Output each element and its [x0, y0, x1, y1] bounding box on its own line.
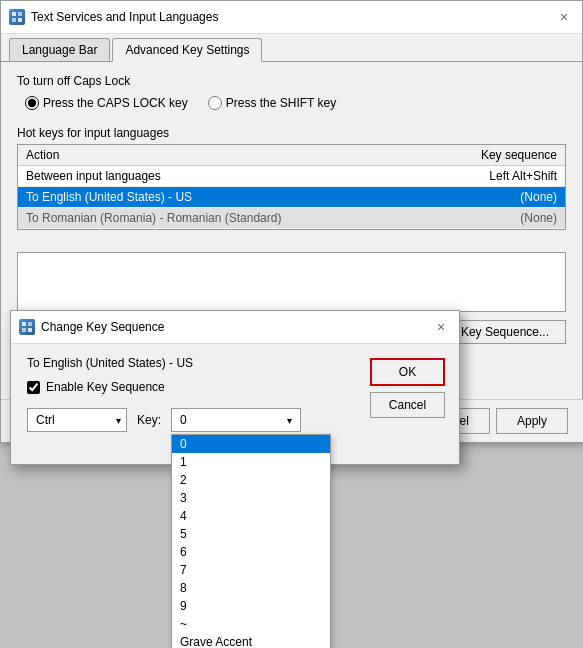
dialog-cancel-button[interactable]: Cancel	[370, 392, 445, 418]
dropdown-item[interactable]: ~	[172, 615, 330, 633]
key-select-value: 0	[180, 413, 187, 427]
dialog-buttons: OK Cancel	[370, 358, 445, 418]
modifier-select[interactable]: Ctrl Alt Shift	[27, 408, 127, 432]
col-action: Action	[26, 148, 59, 162]
row1-action: Between input languages	[26, 169, 161, 183]
radio-shift-label: Press the SHIFT key	[226, 96, 336, 110]
modifier-select-wrapper: Ctrl Alt Shift	[27, 408, 127, 432]
tabs-container: Language Bar Advanced Key Settings	[1, 34, 582, 62]
svg-rect-6	[22, 328, 26, 332]
row3-key: (None)	[520, 211, 557, 225]
radio-caps-lock: Press the CAPS LOCK key	[25, 96, 188, 110]
tab-advanced-key-settings[interactable]: Advanced Key Settings	[112, 38, 262, 62]
apply-button[interactable]: Apply	[496, 408, 568, 434]
dropdown-item[interactable]: 7	[172, 561, 330, 579]
dropdown-item[interactable]: 4	[172, 507, 330, 525]
dropdown-item[interactable]: 1	[172, 453, 330, 471]
table-row[interactable]: To English (United States) - US (None)	[18, 187, 565, 208]
dropdown-item[interactable]: 9	[172, 597, 330, 615]
dropdown-item[interactable]: 6	[172, 543, 330, 561]
caps-lock-title: To turn off Caps Lock	[17, 74, 566, 88]
dropdown-item[interactable]: 0	[172, 435, 330, 453]
radio-shift-input[interactable]	[208, 96, 222, 110]
svg-rect-0	[12, 12, 16, 16]
hotkeys-title: Hot keys for input languages	[17, 126, 566, 140]
svg-rect-7	[28, 328, 32, 332]
dialog-close-button[interactable]: ×	[431, 317, 451, 337]
main-title-bar: Text Services and Input Languages ×	[1, 1, 582, 34]
radio-caps-lock-input[interactable]	[25, 96, 39, 110]
window-icon	[9, 9, 25, 25]
dialog-title: Change Key Sequence	[41, 320, 164, 334]
change-key-sequence-dialog: Change Key Sequence × To English (United…	[10, 310, 460, 465]
dialog-ok-button[interactable]: OK	[370, 358, 445, 386]
dialog-title-left: Change Key Sequence	[19, 319, 164, 335]
svg-rect-5	[28, 322, 32, 326]
hotkeys-table: Action Key sequence Between input langua…	[17, 144, 566, 230]
radio-caps-lock-label: Press the CAPS LOCK key	[43, 96, 188, 110]
dropdown-item[interactable]: 3	[172, 489, 330, 507]
row3-action: To Romanian (Romania) - Romanian (Standa…	[26, 211, 281, 225]
table-header: Action Key sequence	[18, 145, 565, 166]
enable-key-sequence-checkbox[interactable]	[27, 381, 40, 394]
main-window-title: Text Services and Input Languages	[31, 10, 218, 24]
dialog-title-bar: Change Key Sequence ×	[11, 311, 459, 344]
dropdown-item[interactable]: 5	[172, 525, 330, 543]
caps-lock-radio-group: Press the CAPS LOCK key Press the SHIFT …	[25, 96, 566, 110]
enable-key-sequence-label: Enable Key Sequence	[46, 380, 165, 394]
row2-action: To English (United States) - US	[26, 190, 192, 204]
key-label: Key:	[137, 413, 161, 427]
svg-rect-4	[22, 322, 26, 326]
row2-key: (None)	[520, 190, 557, 204]
tab-language-bar[interactable]: Language Bar	[9, 38, 110, 61]
row1-key: Left Alt+Shift	[489, 169, 557, 183]
dropdown-arrow-icon: ▾	[287, 415, 292, 426]
dropdown-item[interactable]: 8	[172, 579, 330, 597]
svg-rect-1	[18, 12, 22, 16]
dropdown-item[interactable]: 2	[172, 471, 330, 489]
table-row[interactable]: Between input languages Left Alt+Shift	[18, 166, 565, 187]
dialog-window-icon	[19, 319, 35, 335]
text-area	[17, 252, 566, 312]
table-row[interactable]: To Romanian (Romania) - Romanian (Standa…	[18, 208, 565, 229]
col-key-sequence: Key sequence	[481, 148, 557, 162]
key-select-display[interactable]: 0 ▾	[171, 408, 301, 432]
svg-rect-2	[12, 18, 16, 22]
radio-shift-key: Press the SHIFT key	[208, 96, 336, 110]
key-dropdown-container: 0 ▾ 0 1 2 3 4 5 6 7 8 9 ~ Grave Accent	[171, 408, 301, 432]
main-content: To turn off Caps Lock Press the CAPS LOC…	[1, 62, 582, 242]
dialog-content: To English (United States) - US Enable K…	[11, 344, 459, 464]
dropdown-item-grave[interactable]: Grave Accent	[172, 633, 330, 648]
title-bar-left: Text Services and Input Languages	[9, 9, 218, 25]
svg-rect-3	[18, 18, 22, 22]
main-close-button[interactable]: ×	[554, 7, 574, 27]
key-dropdown-list: 0 1 2 3 4 5 6 7 8 9 ~ Grave Accent	[171, 434, 331, 648]
